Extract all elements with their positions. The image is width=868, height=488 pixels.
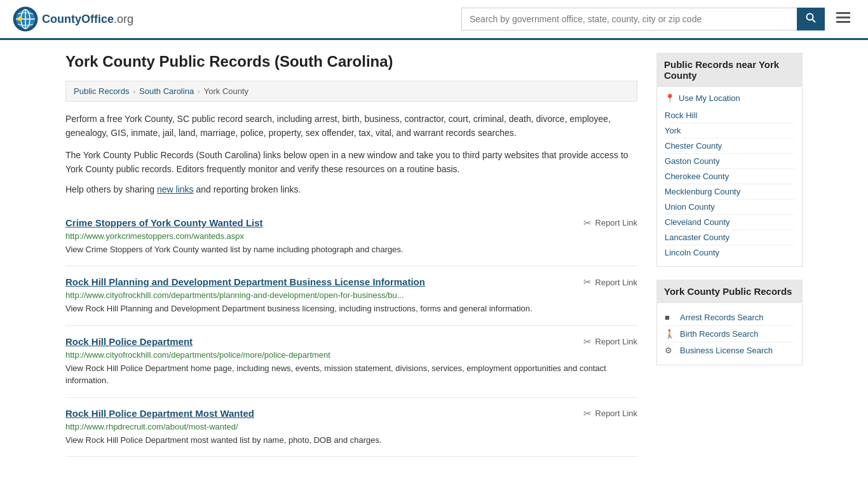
svg-rect-11 [836,21,850,23]
result-url[interactable]: http://www.yorkcrimestoppers.com/wanteds… [65,231,637,241]
main-layout: York County Public Records (South Caroli… [53,40,815,470]
sidebar-nearby-header: Public Records near York County [656,53,803,87]
arrest-icon: ■ [665,313,675,322]
birth-icon: 🚶 [665,329,675,339]
result-desc: View Crime Stoppers of York County wante… [65,243,637,256]
help-text: Help others by sharing new links and rep… [65,184,637,194]
result-title[interactable]: Rock Hill Police Department Most Wanted [65,408,254,419]
sidebar-business-license[interactable]: ⚙ Business License Search [665,342,794,358]
report-link-btn[interactable]: ✂ Report Link [583,276,637,288]
page-title: York County Public Records (South Caroli… [65,53,637,71]
result-url[interactable]: http://www.cityofrockhill.com/department… [65,350,637,360]
site-header: ⭐ CountyOffice.org [0,0,868,40]
report-link-label: Report Link [595,409,637,418]
report-link-btn[interactable]: ✂ Report Link [583,217,637,229]
logo-text: CountyOffice.org [42,13,133,26]
report-link-label: Report Link [595,218,637,227]
location-icon: 📍 [665,93,675,103]
sidebar-arrest-records[interactable]: ■ Arrest Records Search [665,309,794,326]
sidebar-link-lancaster-county[interactable]: Lancaster County [665,230,794,245]
breadcrumb: Public Records › South Carolina › York C… [65,81,637,102]
sidebar-link-chester-county[interactable]: Chester County [665,139,794,154]
report-link-btn[interactable]: ✂ Report Link [583,336,637,348]
sidebar-link-cleveland-county[interactable]: Cleveland County [665,215,794,230]
result-item: Rock Hill Police Department Most Wanted … [65,398,637,458]
search-area [461,8,855,30]
scissors-icon: ✂ [583,217,592,229]
result-item: Rock Hill Police Department ✂ Report Lin… [65,326,637,398]
svg-point-7 [807,14,813,20]
results-list: Crime Stoppers of York County Wanted Lis… [65,207,637,458]
result-desc: View Rock Hill Police Department most wa… [65,434,637,447]
svg-line-8 [813,20,816,23]
use-my-location-button[interactable]: 📍 Use My Location [665,93,740,103]
sidebar-nearby-section: Public Records near York County 📍 Use My… [656,53,803,267]
sidebar-link-york[interactable]: York [665,123,794,139]
search-input[interactable] [461,8,797,30]
breadcrumb-york-county: York County [204,86,248,96]
business-icon: ⚙ [665,346,675,355]
report-link-label: Report Link [595,278,637,287]
sidebar-birth-records[interactable]: 🚶 Birth Records Search [665,326,794,342]
birth-records-label: Birth Records Search [680,329,759,339]
svg-text:⭐: ⭐ [17,15,23,22]
new-links-link[interactable]: new links [157,184,194,194]
sidebar: Public Records near York County 📍 Use My… [656,53,803,457]
search-button[interactable] [797,8,825,30]
result-desc: View Rock Hill Planning and Development … [65,302,637,315]
sidebar-records-section: York County Public Records ■ Arrest Reco… [656,280,803,365]
sidebar-link-lincoln-county[interactable]: Lincoln County [665,245,794,260]
description-1: Perform a free York County, SC public re… [65,112,637,140]
use-my-location-label: Use My Location [679,93,740,103]
sidebar-records-header: York County Public Records [656,280,803,303]
logo-icon: ⭐ [13,6,38,32]
svg-rect-9 [836,12,850,14]
main-content: York County Public Records (South Caroli… [65,53,637,457]
svg-rect-10 [836,17,850,18]
sidebar-link-rock-hill[interactable]: Rock Hill [665,108,794,123]
sidebar-link-union-county[interactable]: Union County [665,200,794,215]
result-desc: View Rock Hill Police Department home pa… [65,362,637,387]
result-title[interactable]: Rock Hill Planning and Development Depar… [65,276,425,287]
arrest-records-label: Arrest Records Search [680,313,764,322]
scissors-icon: ✂ [583,408,592,419]
sidebar-link-gaston-county[interactable]: Gaston County [665,154,794,169]
breadcrumb-south-carolina[interactable]: South Carolina [139,86,194,96]
business-license-label: Business License Search [680,346,773,355]
breadcrumb-sep-1: › [133,88,135,95]
sidebar-link-mecklenburg-county[interactable]: Mecklenburg County [665,184,794,200]
scissors-icon: ✂ [583,336,592,348]
breadcrumb-public-records[interactable]: Public Records [74,86,129,96]
sidebar-link-cherokee-county[interactable]: Cherokee County [665,169,794,184]
menu-button[interactable] [831,8,855,30]
result-url[interactable]: http://www.cityofrockhill.com/department… [65,290,637,300]
result-title[interactable]: Crime Stoppers of York County Wanted Lis… [65,217,263,228]
scissors-icon: ✂ [583,276,592,288]
sidebar-nearby-content: 📍 Use My Location Rock Hill York Chester… [656,87,803,267]
hamburger-icon [836,12,850,24]
search-icon [806,13,816,23]
sidebar-records-content: ■ Arrest Records Search 🚶 Birth Records … [656,303,803,365]
result-item: Rock Hill Planning and Development Depar… [65,266,637,326]
logo[interactable]: ⭐ CountyOffice.org [13,6,133,32]
description-2: The York County Public Records (South Ca… [65,148,637,177]
result-url[interactable]: http://www.rhpdrecruit.com/about/most-wa… [65,422,637,431]
result-title[interactable]: Rock Hill Police Department [65,336,193,347]
report-link-label: Report Link [595,337,637,346]
report-link-btn[interactable]: ✂ Report Link [583,408,637,419]
result-item: Crime Stoppers of York County Wanted Lis… [65,207,637,267]
breadcrumb-sep-2: › [198,88,200,95]
